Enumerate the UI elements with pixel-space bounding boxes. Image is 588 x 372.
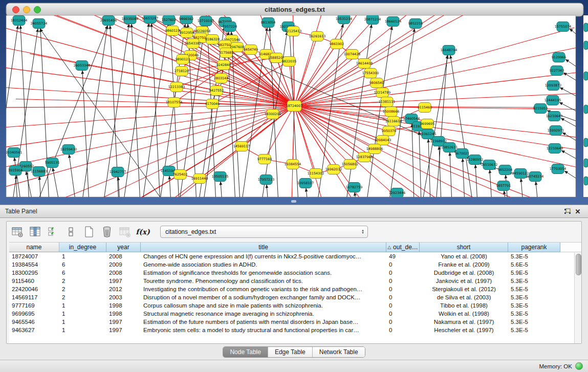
cell-out_de[interactable]: 0: [386, 327, 420, 333]
cell-name[interactable]: 18724007: [9, 253, 59, 259]
cell-short[interactable]: Stergiakouli et al. (2012): [420, 286, 508, 292]
table-select-dropdown[interactable]: citations_edges.txt ▲▼: [160, 226, 368, 238]
table-row[interactable]: 1830029562008Estimation of significance …: [9, 269, 581, 277]
cell-pagerank[interactable]: 5.5E-5: [508, 286, 560, 292]
cell-title[interactable]: Genome-wide association studies in ADHD.: [141, 261, 386, 268]
cell-short[interactable]: Wolkin et al. (1998): [420, 311, 508, 317]
delete-table-icon[interactable]: [100, 225, 114, 238]
cell-year[interactable]: 1998: [106, 302, 141, 309]
tab-edge-table[interactable]: Edge Table: [268, 347, 312, 357]
zoom-window-button[interactable]: [34, 7, 41, 13]
tab-network-table[interactable]: Network Table: [312, 347, 365, 357]
cell-in_degree[interactable]: 2: [59, 278, 106, 284]
cell-in_degree[interactable]: 1: [59, 319, 106, 325]
cell-short[interactable]: Tibbo et al. (1998): [420, 302, 508, 309]
cell-out_de[interactable]: 0: [386, 286, 420, 292]
cell-in_degree[interactable]: 1: [59, 327, 106, 333]
float-panel-icon[interactable]: [562, 207, 573, 215]
close-panel-icon[interactable]: ✕: [573, 207, 583, 215]
splitter-handle[interactable]: [291, 200, 296, 203]
cell-pagerank[interactable]: 5.3E-5: [508, 302, 560, 309]
column-header-name[interactable]: name: [9, 243, 59, 252]
cell-name[interactable]: 14569117: [9, 294, 59, 300]
cell-in_degree[interactable]: 1: [59, 311, 106, 317]
table-row[interactable]: 1456911722003Disruption of a novel membe…: [9, 293, 581, 301]
cell-title[interactable]: Estimation of significance thresholds fo…: [141, 270, 386, 276]
cell-out_de[interactable]: 0: [386, 261, 420, 268]
table-row[interactable]: 946554611997Estimation of the future num…: [9, 318, 581, 326]
column-header-pagerank[interactable]: pagerank: [508, 243, 560, 252]
cell-year[interactable]: 2003: [106, 294, 141, 300]
column-header-short[interactable]: short: [420, 243, 508, 252]
cell-in_degree[interactable]: 1: [59, 302, 106, 309]
cell-title[interactable]: Embryonic stem cells: a model to study s…: [141, 327, 386, 333]
create-table-icon[interactable]: [82, 225, 96, 238]
table-row[interactable]: 969969511998Structural magnetic resonanc…: [9, 310, 581, 318]
cell-in_degree[interactable]: 6: [59, 261, 106, 268]
cell-out_de[interactable]: 0: [386, 319, 420, 325]
column-header-in_degree[interactable]: in_degree: [59, 243, 106, 252]
cell-title[interactable]: Corpus callosum shape and size in male p…: [141, 302, 386, 309]
cell-year[interactable]: 1997: [106, 278, 141, 284]
cell-pagerank[interactable]: 5.3E-5: [508, 253, 560, 259]
cell-out_de[interactable]: 0: [386, 302, 420, 309]
tab-node-table[interactable]: Node Table: [223, 347, 268, 357]
cell-name[interactable]: 18300295: [9, 270, 59, 276]
network-window-titlebar[interactable]: citations_edges.txt: [6, 3, 583, 16]
cell-title[interactable]: Tourette syndrome. Phenomenology and cla…: [141, 278, 386, 284]
column-mode-icon[interactable]: [64, 225, 78, 238]
close-window-button[interactable]: [13, 7, 19, 13]
cell-name[interactable]: 9699695: [9, 311, 59, 317]
cell-pagerank[interactable]: 5.3E-5: [508, 294, 560, 300]
cell-year[interactable]: 1998: [106, 311, 141, 317]
cell-year[interactable]: 2009: [106, 261, 141, 268]
cell-short[interactable]: Jankovic et al. (1997): [420, 278, 508, 284]
cell-pagerank[interactable]: 5.3E-5: [508, 278, 560, 284]
cell-short[interactable]: Franke et al. (2009): [420, 261, 508, 268]
cell-title[interactable]: Investigating the contribution of common…: [141, 286, 386, 292]
cell-name[interactable]: 9463627: [9, 327, 59, 333]
cell-out_de[interactable]: 0: [386, 294, 420, 300]
cell-title[interactable]: Structural magnetic resonance image aver…: [141, 311, 386, 317]
cell-title[interactable]: Changes of HCN gene expression and I(f) …: [141, 253, 386, 259]
cell-year[interactable]: 1997: [106, 327, 141, 333]
function-builder-icon[interactable]: f(x): [136, 225, 149, 238]
cell-name[interactable]: 9777169: [9, 302, 59, 309]
table-settings-icon[interactable]: [11, 225, 24, 238]
cell-pagerank[interactable]: 5.3E-5: [508, 311, 560, 317]
cell-pagerank[interactable]: 5.3E-5: [508, 327, 560, 333]
cell-short[interactable]: de Silva et al. (2003): [420, 294, 508, 300]
cell-short[interactable]: Hescheler et al. (1997): [420, 327, 508, 333]
cell-short[interactable]: Yano et al. (2008): [420, 253, 508, 259]
table-row[interactable]: 977716911998Corpus callosum shape and si…: [9, 301, 581, 310]
table-vertical-scrollbar[interactable]: [574, 253, 581, 343]
cell-out_de[interactable]: 49: [386, 253, 420, 259]
cell-pagerank[interactable]: 5.3E-5: [508, 319, 560, 325]
cell-year[interactable]: 2012: [106, 286, 141, 292]
cell-in_degree[interactable]: 6: [59, 270, 106, 276]
cell-in_degree[interactable]: 1: [59, 253, 106, 259]
cell-pagerank[interactable]: 5.6E-5: [508, 261, 560, 268]
cell-short[interactable]: Nakamura et al. (1997): [420, 319, 508, 325]
delete-column-icon[interactable]: [118, 225, 132, 238]
cell-out_de[interactable]: 0: [386, 270, 420, 276]
cell-title[interactable]: Estimation of the future numbers of pati…: [141, 319, 386, 325]
cell-title[interactable]: Disruption of a novel member of a sodium…: [141, 294, 386, 300]
cell-in_degree[interactable]: 2: [59, 286, 106, 292]
table-row[interactable]: 911546021997Tourette syndrome. Phenomeno…: [9, 277, 581, 285]
table-row[interactable]: 1938455462009Genome-wide association stu…: [9, 260, 581, 269]
cell-name[interactable]: 22420046: [9, 286, 59, 292]
select-columns-icon[interactable]: [47, 225, 60, 238]
minimize-window-button[interactable]: [24, 7, 30, 13]
cell-year[interactable]: 2008: [106, 270, 141, 276]
cell-pagerank[interactable]: 5.9E-5: [508, 270, 560, 276]
table-row[interactable]: 1872400712008Changes of HCN gene express…: [9, 252, 581, 260]
column-header-year[interactable]: year: [106, 243, 141, 252]
cell-short[interactable]: Dudbridge et al. (2008): [420, 270, 508, 276]
scrollbar-thumb[interactable]: [576, 254, 581, 275]
cell-name[interactable]: 19384554: [9, 261, 59, 268]
show-columns-icon[interactable]: [29, 225, 42, 238]
column-header-title[interactable]: title: [141, 243, 386, 252]
table-row[interactable]: 946362711997Embryonic stem cells: a mode…: [9, 326, 581, 334]
cell-year[interactable]: 1997: [106, 319, 141, 325]
